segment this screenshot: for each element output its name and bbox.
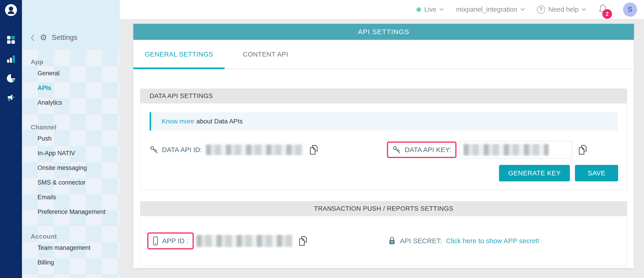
sidebar-item-general[interactable]: General: [22, 66, 120, 81]
settings-sidebar-header: ⚙ Settings: [22, 0, 120, 50]
data-api-id-value-redacted: [206, 144, 303, 155]
app-id-value-redacted: [196, 235, 292, 247]
sidebar-group-label: Account: [31, 233, 120, 240]
notifications-button[interactable]: 2: [598, 4, 608, 15]
tab-content-api[interactable]: CONTENT API: [232, 40, 300, 69]
tab-general-settings[interactable]: GENERAL SETTINGS: [133, 40, 224, 69]
topbar: Live mixpanel_integration ? Need help: [120, 0, 644, 19]
data-api-section-title: DATA API SETTINGS: [150, 92, 213, 100]
sidebar-item-emails[interactable]: Emails: [22, 190, 120, 204]
copy-icon[interactable]: [309, 145, 318, 155]
settings-title: Settings: [52, 34, 77, 42]
generate-key-button[interactable]: GENERATE KEY: [499, 165, 570, 181]
transaction-section-header: TRANSACTION PUSH / REPORTS SETTINGS: [140, 201, 627, 216]
sidebar-item-billing[interactable]: Billing: [22, 255, 120, 270]
card-body: DATA API SETTINGS Know more about Data A…: [133, 69, 634, 266]
sidebar-group-label: App: [31, 58, 120, 66]
settings-sidebar: ⚙ Settings App General APIs Analytics Ch…: [22, 0, 120, 278]
sidebar-item-onsite-messaging[interactable]: Onsite messaging: [22, 161, 120, 175]
data-api-id-label: DATA API ID:: [162, 146, 202, 154]
reports-pie-icon[interactable]: [6, 73, 16, 83]
key-icon: [392, 145, 401, 154]
sidebar-item-inapp-nativ[interactable]: In-App NATIV: [22, 146, 120, 161]
sidebar-group-app: App General APIs Analytics: [22, 50, 120, 115]
data-api-key-label: DATA API KEY:: [404, 146, 451, 154]
lock-icon: [388, 236, 396, 245]
page-title: API SETTINGS: [358, 28, 409, 36]
data-api-key-field: DATA API KEY:: [387, 141, 627, 158]
data-api-key-input[interactable]: [460, 141, 572, 158]
sidebar-item-team-management[interactable]: Team management: [22, 240, 120, 255]
page-content: API SETTINGS GENERAL SETTINGS CONTENT AP…: [120, 19, 644, 278]
sidebar-item-sms-connector[interactable]: SMS & connector: [22, 175, 120, 190]
transaction-push-section: TRANSACTION PUSH / REPORTS SETTINGS: [140, 201, 627, 266]
data-api-id-field: DATA API ID:: [140, 144, 387, 155]
know-more-note: Know more about Data APIs: [150, 112, 618, 131]
environment-selector[interactable]: Live: [416, 6, 444, 13]
copy-icon[interactable]: [578, 145, 587, 155]
sidebar-group-channel: Channel Push In-App NATIV Onsite messagi…: [22, 115, 120, 224]
chevron-down-icon: [582, 8, 586, 11]
project-name: mixpanel_integration: [456, 6, 517, 13]
nav-rail: [0, 0, 22, 278]
know-more-link[interactable]: Know more: [162, 118, 194, 125]
data-api-section-header: DATA API SETTINGS: [140, 89, 627, 104]
project-selector[interactable]: mixpanel_integration: [456, 6, 524, 13]
sidebar-item-analytics[interactable]: Analytics: [22, 95, 120, 110]
api-settings-card: API SETTINGS GENERAL SETTINGS CONTENT AP…: [133, 24, 634, 268]
notification-badge: 2: [602, 9, 612, 19]
rail-icon-group: [6, 35, 16, 103]
chevron-down-icon: [520, 8, 524, 11]
avatar-initial: S: [628, 6, 632, 14]
app-root: ⚙ Settings App General APIs Analytics Ch…: [0, 0, 644, 278]
main-column: Live mixpanel_integration ? Need help: [120, 0, 644, 278]
sidebar-group-label: Channel: [31, 123, 120, 131]
sidebar-group-account: Account Team management Billing: [22, 224, 120, 275]
app-id-label: APP ID :: [162, 237, 188, 245]
transaction-section-title: TRANSACTION PUSH / REPORTS SETTINGS: [314, 205, 454, 212]
data-api-buttons-row: GENERATE KEY SAVE: [140, 165, 618, 181]
app-id-field: APP ID :: [147, 232, 388, 249]
transaction-fields-row: APP ID :: [140, 216, 627, 266]
show-app-secret-link[interactable]: Click here to show APP secret!: [446, 237, 540, 245]
sidebar-item-preference-management[interactable]: Preference Management: [22, 204, 120, 219]
sidebar-item-apis[interactable]: APIs: [22, 81, 120, 95]
data-api-settings-section: DATA API SETTINGS Know more about Data A…: [140, 89, 627, 190]
help-menu[interactable]: ? Need help: [537, 6, 586, 14]
gear-icon: ⚙: [40, 34, 47, 42]
page-title-bar: API SETTINGS: [133, 24, 634, 40]
save-button[interactable]: SAVE: [575, 165, 618, 181]
key-icon: [150, 145, 158, 154]
sidebar-item-push[interactable]: Push: [22, 131, 120, 146]
tab-bar: GENERAL SETTINGS CONTENT API: [133, 40, 634, 69]
environment-label: Live: [424, 6, 436, 13]
settings-nav: App General APIs Analytics Channel Push …: [22, 50, 120, 278]
campaigns-megaphone-icon[interactable]: [6, 93, 16, 103]
data-api-fields-row: DATA API ID:: [140, 141, 627, 158]
chevron-down-icon: [440, 8, 444, 11]
api-secret-label: API SECRET:: [400, 237, 442, 245]
live-status-dot: [416, 7, 421, 12]
help-label: Need help: [548, 6, 578, 13]
know-more-text: about Data APIs: [196, 118, 243, 125]
analytics-bars-icon[interactable]: [6, 54, 16, 64]
app-id-highlight: APP ID :: [147, 232, 194, 249]
mobile-phone-icon: [152, 236, 158, 245]
api-secret-field: API SECRET: Click here to show APP secre…: [388, 236, 627, 245]
user-avatar[interactable]: S: [623, 3, 637, 17]
data-api-key-highlight: DATA API KEY:: [387, 142, 456, 158]
brand-logo[interactable]: [4, 4, 18, 17]
copy-icon[interactable]: [298, 236, 308, 246]
back-chevron-icon[interactable]: [30, 34, 35, 41]
dashboard-grid-icon[interactable]: [6, 35, 16, 45]
data-api-key-value-redacted: [464, 144, 549, 155]
question-icon: ?: [537, 6, 545, 14]
